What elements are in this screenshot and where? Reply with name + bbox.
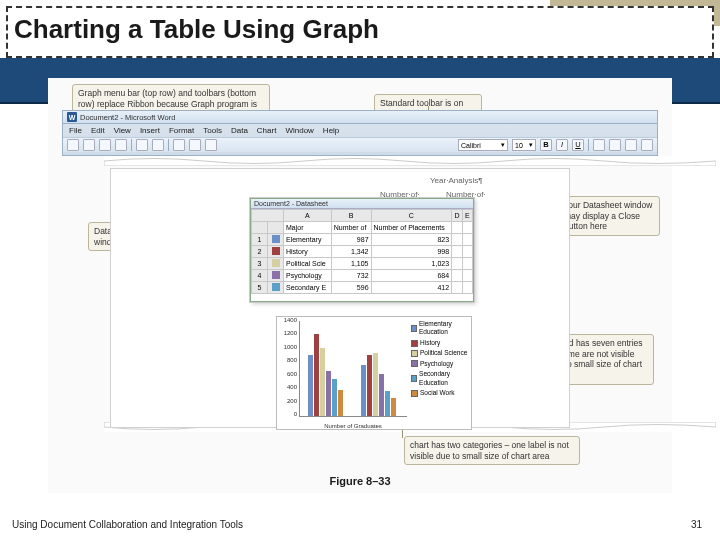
- font-name-combo[interactable]: Calibri▾: [458, 139, 508, 151]
- menu-edit[interactable]: Edit: [91, 126, 105, 135]
- bar: [379, 374, 384, 416]
- ds-cell[interactable]: [462, 270, 472, 282]
- chart-object[interactable]: 1400120010008006004002000 Number of Grad…: [276, 316, 472, 430]
- y-tick: 800: [277, 357, 297, 363]
- ds-header-cell[interactable]: [268, 222, 284, 234]
- ds-cell[interactable]: 596: [331, 282, 371, 294]
- bar: [332, 379, 337, 416]
- ds-cell[interactable]: [452, 246, 463, 258]
- menu-format[interactable]: Format: [169, 126, 194, 135]
- ds-cell[interactable]: [452, 258, 463, 270]
- toolbar-icon[interactable]: [641, 139, 653, 151]
- menu-file[interactable]: File: [69, 126, 82, 135]
- menu-data[interactable]: Data: [231, 126, 248, 135]
- ds-cell[interactable]: 4: [252, 270, 268, 282]
- menu-help[interactable]: Help: [323, 126, 339, 135]
- ds-cell[interactable]: 987: [331, 234, 371, 246]
- menu-view[interactable]: View: [114, 126, 131, 135]
- toolbar-icon[interactable]: [609, 139, 621, 151]
- ds-cell[interactable]: [462, 282, 472, 294]
- ds-cell[interactable]: 412: [371, 282, 452, 294]
- ds-cell[interactable]: 998: [371, 246, 452, 258]
- bar: [326, 371, 331, 416]
- ds-cell[interactable]: [462, 234, 472, 246]
- toolbar-icon[interactable]: [115, 139, 127, 151]
- ds-cell[interactable]: [268, 258, 284, 270]
- ds-cell[interactable]: 1,023: [371, 258, 452, 270]
- bar: [391, 398, 396, 416]
- toolbar-icon[interactable]: [625, 139, 637, 151]
- font-size-combo[interactable]: 10▾: [512, 139, 536, 151]
- toolbar-icon[interactable]: [83, 139, 95, 151]
- ds-header-cell[interactable]: [452, 222, 463, 234]
- italic-icon[interactable]: I: [556, 139, 568, 151]
- ds-cell[interactable]: [462, 246, 472, 258]
- ds-cell[interactable]: 1,105: [331, 258, 371, 270]
- ds-col-letter[interactable]: C: [371, 210, 452, 222]
- ds-header-cell[interactable]: Number of: [331, 222, 371, 234]
- menu-tools[interactable]: Tools: [203, 126, 222, 135]
- toolbar-icon[interactable]: [593, 139, 605, 151]
- ds-header-cell[interactable]: Major: [284, 222, 332, 234]
- ds-cell[interactable]: Political Scie: [284, 258, 332, 270]
- datasheet-grid[interactable]: ABCDEMajorNumber ofNumber of Placements1…: [251, 209, 473, 294]
- window-title-text: Document2 - Microsoft Word: [80, 113, 175, 122]
- toolbar-icon[interactable]: [136, 139, 148, 151]
- ds-cell[interactable]: 732: [331, 270, 371, 282]
- ds-cell[interactable]: 3: [252, 258, 268, 270]
- ds-cell[interactable]: [268, 246, 284, 258]
- datasheet-window[interactable]: Document2 - Datasheet ABCDEMajorNumber o…: [250, 198, 474, 302]
- ds-cell[interactable]: 2: [252, 246, 268, 258]
- legend-swatch: [411, 340, 418, 347]
- font-size-value: 10: [515, 142, 523, 149]
- toolbar-separator: [131, 139, 132, 151]
- ds-cell[interactable]: [268, 234, 284, 246]
- chart-x-label: Number of Graduates: [299, 423, 407, 429]
- toolbar-icon[interactable]: [189, 139, 201, 151]
- menu-insert[interactable]: Insert: [140, 126, 160, 135]
- ds-header-cell[interactable]: Number of Placements: [371, 222, 452, 234]
- ds-cell[interactable]: Elementary: [284, 234, 332, 246]
- legend-label: Political Science: [420, 349, 467, 357]
- bar: [373, 353, 378, 416]
- ds-cell[interactable]: 5: [252, 282, 268, 294]
- ds-col-letter[interactable]: B: [331, 210, 371, 222]
- legend-entry: Psychology: [411, 360, 469, 368]
- toolbar-icon[interactable]: [205, 139, 217, 151]
- ds-col-letter[interactable]: A: [284, 210, 332, 222]
- bar: [314, 334, 319, 416]
- ds-cell[interactable]: 823: [371, 234, 452, 246]
- ds-col-letter[interactable]: D: [452, 210, 463, 222]
- toolbar-row[interactable]: Calibri▾ 10▾ B I U: [63, 137, 657, 152]
- ds-header-cell[interactable]: [252, 222, 268, 234]
- underline-icon[interactable]: U: [572, 139, 584, 151]
- ds-col-letter[interactable]: E: [462, 210, 472, 222]
- ds-cell[interactable]: 684: [371, 270, 452, 282]
- ds-cell[interactable]: Secondary E: [284, 282, 332, 294]
- toolbar-icon[interactable]: [99, 139, 111, 151]
- toolbar-icon[interactable]: [173, 139, 185, 151]
- ds-cell[interactable]: [462, 258, 472, 270]
- toolbar-icon[interactable]: [67, 139, 79, 151]
- ds-cell[interactable]: [268, 270, 284, 282]
- ds-cell[interactable]: [268, 282, 284, 294]
- ds-cell[interactable]: [452, 282, 463, 294]
- menu-bar[interactable]: FileEditViewInsertFormatToolsDataChartWi…: [63, 124, 657, 137]
- legend-label: Social Work: [420, 389, 455, 397]
- chart-bars: [299, 321, 407, 417]
- ds-cell[interactable]: 1: [252, 234, 268, 246]
- menu-chart[interactable]: Chart: [257, 126, 277, 135]
- ds-cell[interactable]: 1,342: [331, 246, 371, 258]
- ds-cell[interactable]: Psychology: [284, 270, 332, 282]
- ds-cell[interactable]: History: [284, 246, 332, 258]
- slide-title: Charting a Table Using Graph: [14, 14, 379, 45]
- ds-col-letter[interactable]: [252, 210, 284, 222]
- toolbar-icon[interactable]: [152, 139, 164, 151]
- chart-legend: Elementary EducationHistoryPolitical Sci…: [409, 317, 471, 429]
- ds-cell[interactable]: [452, 270, 463, 282]
- ds-cell[interactable]: [452, 234, 463, 246]
- menu-window[interactable]: Window: [285, 126, 313, 135]
- y-tick: 1000: [277, 344, 297, 350]
- bold-icon[interactable]: B: [540, 139, 552, 151]
- ds-header-cell[interactable]: [462, 222, 472, 234]
